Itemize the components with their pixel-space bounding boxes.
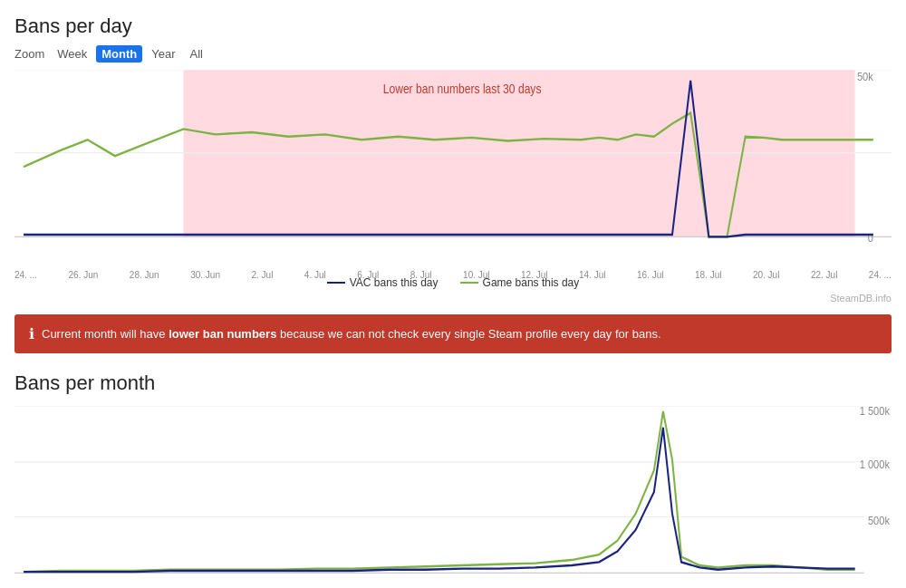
zoom-label: Zoom xyxy=(14,47,44,61)
zoom-week[interactable]: Week xyxy=(52,45,92,63)
xaxis-label: 12. Jul xyxy=(521,270,547,280)
bans-per-day-chart: 50k 0 Lower ban numbers last 30 days 24.… xyxy=(14,70,892,269)
vac-line-icon xyxy=(327,282,345,284)
svg-text:Lower ban numbers last 30 days: Lower ban numbers last 30 days xyxy=(383,82,542,96)
zoom-year[interactable]: Year xyxy=(146,45,180,63)
xaxis-label: 30. Jun xyxy=(190,270,220,280)
zoom-month[interactable]: Month xyxy=(96,45,142,63)
xaxis-label: 4. Jul xyxy=(304,270,326,280)
svg-text:50k: 50k xyxy=(857,70,874,83)
svg-text:500k: 500k xyxy=(868,514,891,527)
xaxis-label: 16. Jul xyxy=(637,270,663,280)
xaxis-label: 2. Jul xyxy=(251,270,273,280)
alert-bar: ℹ Current month will have lower ban numb… xyxy=(14,314,892,353)
game-line-icon xyxy=(460,282,478,284)
xaxis-label: 24. ... xyxy=(14,270,37,280)
bans-per-month-title: Bans per month xyxy=(14,371,892,395)
xaxis-label: 20. Jul xyxy=(753,270,779,280)
alert-icon: ℹ xyxy=(29,325,34,342)
xaxis-label: 14. Jul xyxy=(579,270,605,280)
xaxis-label: 24. ... xyxy=(869,270,892,280)
svg-text:1 500k: 1 500k xyxy=(860,406,891,418)
alert-message: Current month will have lower ban number… xyxy=(42,327,661,341)
svg-text:1 000k: 1 000k xyxy=(860,458,891,471)
bans-per-month-chart: 1 500k 1 000k 500k 2004 2006 2007 2008 2… xyxy=(14,406,892,588)
xaxis-label: 22. Jul xyxy=(811,270,837,280)
xaxis-label: 28. Jun xyxy=(130,270,159,280)
zoom-all[interactable]: All xyxy=(185,45,208,63)
xaxis-label: 6. Jul xyxy=(357,270,379,280)
xaxis-label: 10. Jul xyxy=(463,270,489,280)
svg-text:0: 0 xyxy=(868,231,873,245)
bans-per-day-title: Bans per day xyxy=(14,14,892,38)
steamdb-credit-day: SteamDB.info xyxy=(14,293,892,304)
xaxis-label: 8. Jul xyxy=(410,270,432,280)
xaxis-label: 18. Jul xyxy=(695,270,721,280)
xaxis-label: 26. Jun xyxy=(69,270,99,280)
zoom-controls: Zoom Week Month Year All xyxy=(14,45,892,63)
